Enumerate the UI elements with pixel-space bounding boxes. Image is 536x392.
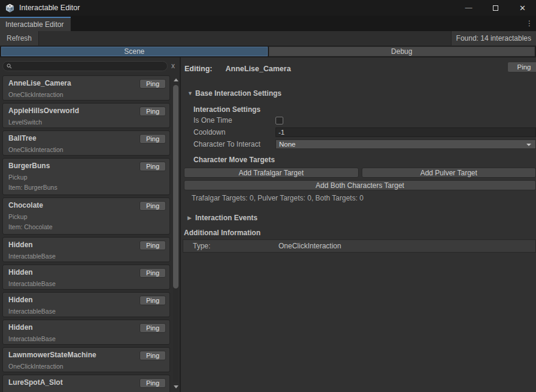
scroll-up-icon[interactable] <box>172 75 180 84</box>
targets-summary: Trafalgar Targets: 0, Pulver Targets: 0,… <box>192 194 536 202</box>
scrollbar-track[interactable] <box>173 84 178 382</box>
maximize-button[interactable] <box>482 0 509 16</box>
character-dropdown-value: None <box>279 141 296 148</box>
list-item-type: LevelSwitch <box>8 118 165 126</box>
list-item-type: Pickup <box>8 213 165 221</box>
list-item-type: OneClickInteraction <box>8 91 165 99</box>
list-item[interactable]: Chocolate Pickup Item: Chocolate Ping <box>2 197 170 235</box>
window-title: Interactable Editor <box>19 4 80 12</box>
dock-tab-interactable-editor[interactable]: Interactable Editor <box>0 17 71 31</box>
list-item-type: InteractableBase <box>8 280 165 288</box>
chevron-right-icon: ▶ <box>187 215 195 221</box>
editing-label: Editing: <box>184 65 213 73</box>
search-row: x <box>0 57 180 74</box>
list-item[interactable]: AppleHillsOverworld LevelSwitch Ping <box>2 103 170 128</box>
character-to-interact-row: Character To Interact None <box>193 138 536 150</box>
editing-value: AnneLise_Camera <box>226 65 291 73</box>
list-item-type: InteractableBase <box>8 253 165 260</box>
list-item-type: InteractableBase <box>8 308 165 315</box>
refresh-button[interactable]: Refresh <box>0 31 39 45</box>
character-to-interact-dropdown[interactable]: None <box>275 139 536 149</box>
scroll-down-icon[interactable] <box>172 382 180 391</box>
list-item-type: InteractableBase <box>8 335 165 343</box>
list-item-type: Pickup <box>8 174 165 181</box>
scene-sidebar: x AnneLise_Camera OneClickInteraction Pi… <box>0 57 181 392</box>
list-item[interactable]: Hidden InteractableBase Ping <box>2 237 170 262</box>
search-icon <box>7 63 12 69</box>
list-item-type: OneClickInteraction <box>8 146 165 154</box>
list-item-detail: Item: BurgerBuns <box>8 184 165 192</box>
is-one-time-checkbox[interactable] <box>275 117 283 124</box>
view-tabbar: Scene Debug <box>0 46 536 57</box>
list-item[interactable]: Hidden InteractableBase Ping <box>2 292 170 317</box>
toolbar: Refresh Found: 14 interactables <box>0 31 536 46</box>
cooldown-row: Cooldown <box>193 126 536 138</box>
interaction-settings-heading: Interaction Settings <box>193 105 536 114</box>
window-titlebar: Interactable Editor — ✕ <box>0 0 536 16</box>
add-both-characters-target-button[interactable]: Add Both Characters Target <box>184 180 536 190</box>
list-item-type: OneClickInteraction <box>8 363 165 370</box>
list-scrollbar[interactable] <box>172 74 180 392</box>
type-label: Type: <box>193 242 278 250</box>
minimize-button[interactable]: — <box>455 0 482 16</box>
window-menu-icon[interactable]: ⋮ <box>525 16 534 31</box>
list-item-ping-button[interactable]: Ping <box>140 323 166 333</box>
list-item[interactable]: LawnmowerStateMachine OneClickInteractio… <box>2 347 170 372</box>
is-one-time-row: Is One Time <box>193 114 536 126</box>
list-item-ping-button[interactable]: Ping <box>140 351 166 360</box>
type-value: OneClickInteraction <box>278 242 341 250</box>
toolbar-spacer <box>39 31 451 45</box>
main-content: x AnneLise_Camera OneClickInteraction Pi… <box>0 57 536 392</box>
inspector-header: Editing: AnneLise_Camera <box>183 63 536 74</box>
type-info-box: Type: OneClickInteraction <box>183 239 536 253</box>
character-to-interact-label: Character To Interact <box>193 140 275 148</box>
list-item-ping-button[interactable]: Ping <box>140 162 166 171</box>
app-cube-icon <box>5 4 14 13</box>
tab-debug[interactable]: Debug <box>269 47 535 56</box>
inspector-panel: Editing: AnneLise_Camera Ping ▼ Base Int… <box>181 57 536 392</box>
found-count-label: Found: 14 interactables <box>451 31 536 45</box>
foldout-interaction-events[interactable]: ▶ Interaction Events <box>183 213 536 223</box>
dock-tabbar: Interactable Editor ⋮ <box>0 16 536 31</box>
tab-scene[interactable]: Scene <box>1 47 268 56</box>
additional-information-heading: Additional Information <box>184 229 536 238</box>
list-item-ping-button[interactable]: Ping <box>140 241 166 250</box>
foldout-base-interaction-settings[interactable]: ▼ Base Interaction Settings <box>183 89 536 98</box>
cooldown-label: Cooldown <box>193 128 275 136</box>
character-move-targets-heading: Character Move Targets <box>193 156 536 165</box>
cooldown-input[interactable] <box>275 127 536 137</box>
list-item[interactable]: LureSpotA_Slot Ping <box>2 375 170 392</box>
inspector-ping-button[interactable]: Ping <box>507 62 536 72</box>
close-button[interactable]: ✕ <box>509 0 536 16</box>
add-trafalgar-target-button[interactable]: Add Trafalgar Target <box>184 168 359 178</box>
search-clear-button[interactable]: x <box>168 62 178 70</box>
list-item-ping-button[interactable]: Ping <box>140 201 166 211</box>
list-wrap: AnneLise_Camera OneClickInteraction Ping… <box>0 74 180 392</box>
list-item-ping-button[interactable]: Ping <box>140 268 166 278</box>
list-item[interactable]: AnneLise_Camera OneClickInteraction Ping <box>2 75 170 101</box>
list-item-ping-button[interactable]: Ping <box>140 296 166 305</box>
search-input[interactable] <box>14 62 163 69</box>
list-item-ping-button[interactable]: Ping <box>140 378 166 388</box>
base-settings-group: Interaction Settings Is One Time Cooldow… <box>193 105 536 202</box>
list-item[interactable]: BurgerBuns Pickup Item: BurgerBuns Ping <box>2 158 170 195</box>
dropdown-caret-icon <box>526 144 531 146</box>
interactable-list: AnneLise_Camera OneClickInteraction Ping… <box>0 74 172 392</box>
list-item[interactable]: Hidden InteractableBase Ping <box>2 320 170 345</box>
list-item-ping-button[interactable]: Ping <box>140 107 166 116</box>
add-pulver-target-button[interactable]: Add Pulver Target <box>362 168 536 178</box>
list-item-ping-button[interactable]: Ping <box>140 79 166 89</box>
chevron-down-icon: ▼ <box>187 90 195 96</box>
is-one-time-label: Is One Time <box>193 116 275 124</box>
search-field[interactable] <box>2 61 168 71</box>
list-item-ping-button[interactable]: Ping <box>140 134 166 144</box>
target-buttons-row: Add Trafalgar Target Add Pulver Target <box>184 168 536 178</box>
list-item[interactable]: BallTree OneClickInteraction Ping <box>2 130 170 156</box>
list-item[interactable]: Hidden InteractableBase Ping <box>2 265 170 290</box>
scrollbar-thumb[interactable] <box>173 85 178 288</box>
list-item-detail: Item: Chocolate <box>8 223 165 231</box>
maximize-icon <box>493 5 498 11</box>
